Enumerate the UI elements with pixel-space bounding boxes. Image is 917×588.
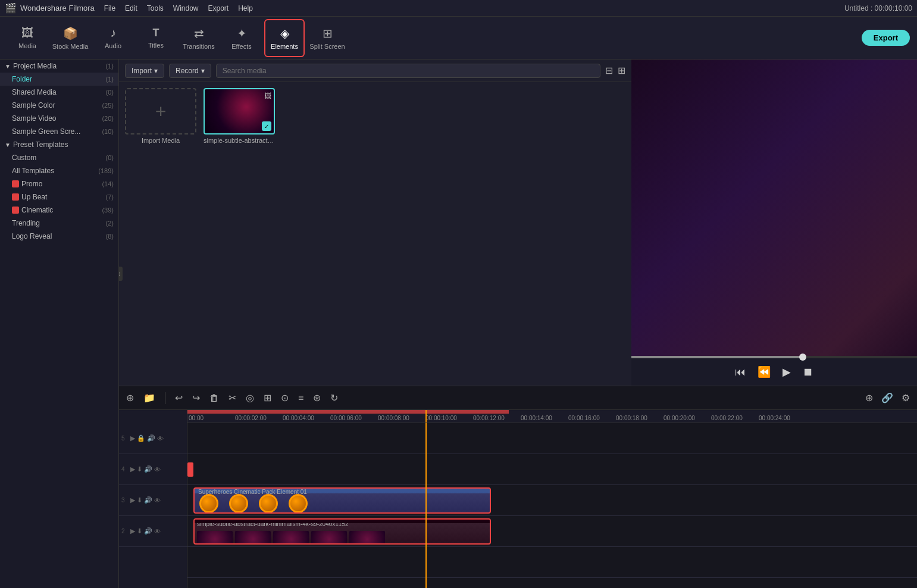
cut-button[interactable]: ✂ <box>226 391 239 405</box>
clip-label: Superheroes Cinematic Pack Element 01 <box>198 489 307 495</box>
stabilize-button[interactable]: ≡ <box>296 392 306 405</box>
import-button[interactable]: Import ▾ <box>125 64 164 78</box>
track2-audio-icon[interactable]: 🔊 <box>144 527 152 535</box>
tracks-content: Superheroes Cinematic Pack Element 01 <box>187 423 917 588</box>
sidebar-item-logo-reveal[interactable]: Logo Reveal (8) <box>0 230 118 243</box>
preview-area: ⏮ ⏪ ▶ ⏹ <box>631 60 917 386</box>
menu-edit[interactable]: Edit <box>125 4 137 12</box>
expand-arrow-2: ▼ <box>5 142 11 148</box>
sidebar-item-custom[interactable]: Custom (0) <box>0 151 118 164</box>
grid-view-icon[interactable]: ⊞ <box>618 65 625 76</box>
media-thumb-preview-4 <box>311 531 347 545</box>
main-area: ▼ Project Media (1) Folder (1) Shared Me… <box>0 60 917 588</box>
menu-help[interactable]: Help <box>238 4 253 12</box>
preview-back-button[interactable]: ⏪ <box>755 363 773 381</box>
track-row-5[interactable] <box>187 423 917 454</box>
track4-audio-icon[interactable]: 🔊 <box>144 465 152 473</box>
track-header-3: 3 ▶ ⬇ 🔊 👁 <box>119 485 187 516</box>
timeline-link-button[interactable]: 🔗 <box>879 391 896 405</box>
ai-button[interactable]: ↻ <box>328 391 340 405</box>
track4-play-icon[interactable]: ▶ <box>130 465 135 473</box>
app-logo: 🎬 Wondershare Filmora <box>5 2 95 14</box>
timeline-folder-button[interactable]: 📁 <box>141 391 158 405</box>
toolbar-stock-media[interactable]: 📦 Stock Media <box>50 19 90 57</box>
preview-stop-button[interactable]: ⏹ <box>800 364 816 381</box>
sidebar-item-sample-video[interactable]: Sample Video (20) <box>0 112 118 125</box>
crop-button[interactable]: ⊞ <box>261 391 274 405</box>
track-row-1[interactable] <box>187 547 917 578</box>
media-thumb-preview-1 <box>197 531 233 545</box>
selected-checkmark: ✓ <box>262 121 271 131</box>
timeline-content: 5 ▶ 🔒 🔊 👁 4 ▶ ⬇ 🔊 👁 3 <box>119 410 917 588</box>
menu-tools[interactable]: Tools <box>147 4 164 12</box>
timeline-new-button[interactable]: ⊕ <box>124 391 136 405</box>
sidebar-item-cinematic[interactable]: Cinematic (39) <box>0 204 118 217</box>
sidebar-item-promo[interactable]: Promo (14) <box>0 177 118 190</box>
track3-down-icon[interactable]: ⬇ <box>137 496 142 504</box>
track3-play-icon[interactable]: ▶ <box>130 496 135 504</box>
track2-eye-icon[interactable]: 👁 <box>154 528 161 535</box>
toolbar-effects[interactable]: ✦ Effects <box>221 19 262 57</box>
export-button[interactable]: Export <box>862 30 910 46</box>
sidebar-collapse-button[interactable]: ‹ <box>119 267 123 281</box>
track-row-2[interactable]: simple-subtle-abstract-dark-minimalism-4… <box>187 516 917 547</box>
sidebar-preset-templates[interactable]: ▼ Preset Templates <box>0 138 118 151</box>
clip-superheroes[interactable]: Superheroes Cinematic Pack Element 01 <box>193 487 491 514</box>
toolbar-transitions[interactable]: ⇄ Transitions <box>179 19 219 57</box>
toolbar-audio[interactable]: ♪ Audio <box>93 19 133 57</box>
timeline-main: 00:00 00:00:02:00 00:00:04:00 00:00:06:0… <box>187 410 917 588</box>
sidebar-item-up-beat[interactable]: Up Beat (7) <box>0 190 118 204</box>
menu-export[interactable]: Export <box>208 4 229 12</box>
track-row-3[interactable]: Superheroes Cinematic Pack Element 01 <box>187 485 917 516</box>
search-input[interactable] <box>216 64 600 78</box>
track5-audio-icon[interactable]: 🔊 <box>147 434 155 442</box>
track4-eye-icon[interactable]: 👁 <box>154 466 161 473</box>
sidebar-project-media[interactable]: ▼ Project Media (1) <box>0 60 118 73</box>
preview-scrubber[interactable] <box>799 354 806 361</box>
track5-eye-icon[interactable]: 👁 <box>157 435 164 442</box>
import-media-item[interactable]: + Import Media <box>125 88 196 144</box>
sidebar-item-trending[interactable]: Trending (2) <box>0 217 118 230</box>
import-placeholder[interactable]: + <box>125 88 196 135</box>
delete-button[interactable]: 🗑 <box>207 392 221 405</box>
track4-down-icon[interactable]: ⬇ <box>137 465 142 473</box>
preview-play-button[interactable]: ▶ <box>780 363 793 381</box>
track3-audio-icon[interactable]: 🔊 <box>144 496 152 504</box>
media-icon: 🖼 <box>21 26 33 40</box>
undo-button[interactable]: ↩ <box>173 391 185 405</box>
media-grid: + Import Media 🖼 ✓ simple-subtle-abstrac… <box>119 82 631 386</box>
clip-media[interactable]: simple-subtle-abstract-dark-minimalism-4… <box>193 518 491 545</box>
adjust-button[interactable]: ⊛ <box>311 391 323 405</box>
track-row-4[interactable] <box>187 454 917 485</box>
toolbar-titles[interactable]: T Titles <box>136 19 176 57</box>
sidebar-item-shared-media[interactable]: Shared Media (0) <box>0 86 118 99</box>
media-thumb-preview-2 <box>235 531 271 545</box>
track3-eye-icon[interactable]: 👁 <box>154 497 161 504</box>
redo-button[interactable]: ↪ <box>190 391 202 405</box>
track5-lock-icon[interactable]: 🔒 <box>137 434 145 442</box>
toolbar-split-screen[interactable]: ⊞ Split Screen <box>307 19 348 57</box>
speed-button[interactable]: ⊙ <box>278 391 291 405</box>
filter-icon[interactable]: ⊟ <box>605 65 613 76</box>
sidebar-item-folder[interactable]: Folder (1) <box>0 73 118 86</box>
timeline-settings-button[interactable]: ⚙ <box>899 391 912 405</box>
track5-play-icon[interactable]: ▶ <box>130 434 135 442</box>
menu-window[interactable]: Window <box>173 4 199 12</box>
menu-file[interactable]: File <box>104 4 115 12</box>
timeline-snap-button[interactable]: ⊕ <box>863 391 875 405</box>
sidebar-item-sample-green[interactable]: Sample Green Scre... (10) <box>0 125 118 138</box>
toolbar-media[interactable]: 🖼 Media <box>7 19 48 57</box>
track-header-4: 4 ▶ ⬇ 🔊 👁 <box>119 454 187 485</box>
track4-small-clip[interactable] <box>187 462 193 477</box>
track2-play-icon[interactable]: ▶ <box>130 527 135 535</box>
media-item-1[interactable]: 🖼 ✓ simple-subtle-abstract-d... <box>204 88 275 144</box>
ripple-button[interactable]: ◎ <box>243 391 256 405</box>
track2-down-icon[interactable]: ⬇ <box>137 527 142 535</box>
preview-rewind-button[interactable]: ⏮ <box>733 364 748 381</box>
toolbar-elements[interactable]: ◈ Elements <box>264 19 305 57</box>
media-thumbnail-1[interactable]: 🖼 ✓ <box>204 88 275 135</box>
record-button[interactable]: Record ▾ <box>169 64 211 78</box>
sidebar-item-sample-color[interactable]: Sample Color (25) <box>0 99 118 112</box>
toolbar-right: Export <box>862 30 910 46</box>
sidebar-item-all-templates[interactable]: All Templates (189) <box>0 164 118 177</box>
